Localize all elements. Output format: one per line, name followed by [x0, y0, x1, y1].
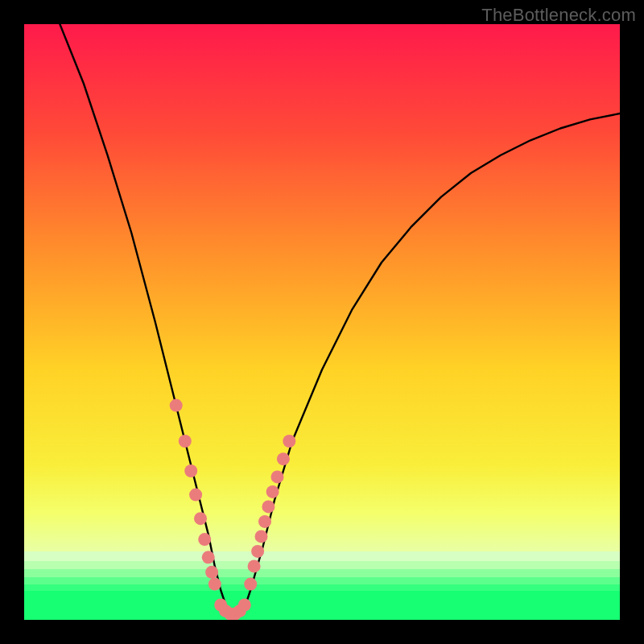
highlight-dot [238, 599, 251, 612]
highlight-dot [202, 551, 215, 564]
bottleneck-curve [60, 24, 620, 614]
highlight-dot [255, 530, 268, 543]
chart-svg [24, 24, 620, 620]
highlight-dot [248, 559, 261, 572]
highlight-dot [277, 452, 290, 465]
highlight-dot [170, 399, 183, 412]
highlight-dot [184, 464, 197, 477]
highlight-dot [271, 470, 284, 483]
highlight-dot [262, 500, 275, 513]
highlight-dot [251, 545, 264, 558]
watermark-text: TheBottleneck.com [481, 5, 636, 26]
highlight-dot [179, 435, 192, 448]
highlight-dot [205, 566, 218, 579]
highlight-dot [266, 485, 279, 498]
outer-black-frame: TheBottleneck.com [0, 0, 644, 644]
plot-area [24, 24, 620, 620]
highlight-dot [283, 435, 295, 448]
highlight-dot [198, 533, 211, 546]
highlight-dot [244, 578, 257, 591]
highlight-dot [258, 515, 271, 528]
highlight-dot [208, 578, 221, 591]
highlight-dot [189, 489, 202, 502]
highlight-dot [194, 512, 207, 525]
